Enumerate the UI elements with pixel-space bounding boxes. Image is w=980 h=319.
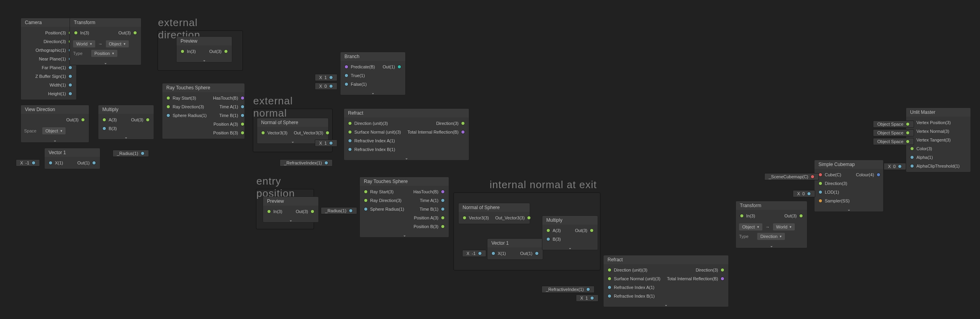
camera-node[interactable]: Camera Position(3) Direction(3) Orthogra… (21, 18, 77, 100)
branch-node[interactable]: Branch Predicate(B) True(1) False(1) Out… (340, 52, 406, 95)
lod-field[interactable]: X0 (793, 190, 815, 197)
scenecubemap-property[interactable]: _SceneCubemap(C) (764, 173, 819, 180)
group-title: external normal (253, 95, 329, 119)
cubemap-node[interactable]: Simple Cubemap Cube(C) Direction(3) LOD(… (814, 160, 884, 212)
nos2-node[interactable]: Normal of Sphere Vector3(3) Out_Vector3(… (458, 203, 530, 224)
viewdir-space[interactable]: Object (42, 127, 66, 134)
viewdir-node[interactable]: View Direction Out(3) SpaceObject ⌄ (21, 105, 89, 143)
transform-space-from[interactable]: World (73, 40, 95, 47)
refractive-index-property[interactable]: _RefractiveIndex(1) (280, 159, 333, 166)
object-space-chip[interactable]: Object Space (873, 138, 914, 145)
expand-chevron[interactable]: ⌄ (70, 60, 141, 65)
port-viewdir-out[interactable]: Out(3) (21, 115, 89, 124)
x-field-rib2[interactable]: X1 (576, 294, 598, 302)
preview-extdir[interactable]: Preview In(3) Out(3) ⌄ (176, 36, 232, 62)
transform-node[interactable]: Transform In(3) Out(3) World→Object Type… (70, 18, 141, 65)
object-space-chip[interactable]: Object Space (873, 129, 914, 136)
x-field[interactable]: X1 (315, 140, 337, 147)
rts2-node[interactable]: Ray Touches Sphere Ray Start(3) Ray Dire… (359, 177, 449, 238)
object-space-chip[interactable]: Object Space (873, 121, 914, 128)
preview-entry[interactable]: Preview In(3) Out(3) ⌄ (263, 196, 319, 223)
transform-type[interactable]: Position (91, 50, 117, 57)
vector1-int-node[interactable]: Vector 1 X(1) Out(1) (487, 238, 543, 260)
refract-node[interactable]: Refract Direction (unit)(3) Surface Norm… (344, 108, 469, 160)
x-field[interactable]: X-1 (16, 159, 40, 166)
group-title: entry position (256, 175, 310, 200)
rts-node[interactable]: Ray Touches Sphere Ray Start(3) Ray Dire… (162, 83, 245, 139)
unlit-master-node[interactable]: Unlit Master Vertex Position(3) Vertex N… (906, 108, 971, 172)
transform2-node[interactable]: Transform In(3) Out(3) Object→World Type… (735, 201, 807, 248)
radius-property-2[interactable]: _Radius(1) (321, 207, 357, 214)
branch-true-field[interactable]: X1 (315, 74, 337, 81)
port-transform-out[interactable]: Out(3) (115, 28, 141, 37)
vector1-node[interactable]: Vector 1 X(1) Out(1) (44, 148, 100, 169)
branch-false-field[interactable]: X0 (315, 83, 337, 90)
refract2-node[interactable]: Refract Direction (unit)(3) Surface Norm… (603, 255, 729, 307)
group-title: internal normal at exit (489, 179, 597, 191)
multiply2-node[interactable]: Multiply A(3) B(3) Out(3) ⌄ (542, 215, 598, 250)
refractive-index-property-2[interactable]: _RefractiveIndex(1) (542, 286, 594, 293)
port-camera-position[interactable]: Position(3) (21, 28, 76, 37)
radius-property[interactable]: _Radius(1) (113, 150, 149, 157)
x-field-int[interactable]: X-1 (462, 250, 486, 257)
port-transform-in[interactable]: In(3) (70, 28, 92, 37)
alphaclip-field[interactable]: X0 (884, 163, 906, 170)
multiply-node[interactable]: Multiply A(3) B(3) Out(3) ⌄ (98, 105, 154, 140)
transform-space-to[interactable]: Object (106, 40, 129, 47)
